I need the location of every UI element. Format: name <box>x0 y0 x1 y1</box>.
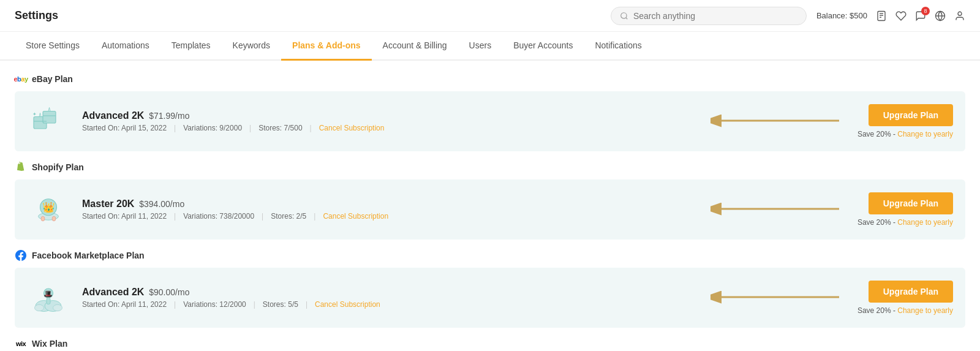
facebook-stores: Stores: 5/5 <box>263 300 298 309</box>
facebook-section-title: Facebook Marketplace Plan <box>32 251 145 260</box>
ebay-arrow <box>710 108 845 135</box>
nav-item-store-settings[interactable]: Store Settings <box>15 32 91 61</box>
favorites-icon[interactable] <box>895 10 907 21</box>
facebook-plan-name: Advanced 2K <box>82 287 144 297</box>
wix-section-title: Wix Plan <box>32 339 67 349</box>
svg-text:👑: 👑 <box>42 201 55 214</box>
nav-item-automations[interactable]: Automations <box>91 32 160 61</box>
shopify-plan-card: 👑 Master 20K $394.00/mo Started On: Apri… <box>15 179 965 240</box>
shopify-stores: Stores: 2/5 <box>271 212 306 221</box>
ebay-variations: Variations: 9/2000 <box>183 124 242 132</box>
ebay-plan-name: Advanced 2K <box>82 110 144 121</box>
facebook-started: Started On: April 11, 2022 <box>82 300 167 309</box>
nav: Store Settings Automations Templates Key… <box>0 32 980 61</box>
shopify-section-title: Shopify Plan <box>32 162 84 172</box>
header-icons: Balance: $500 8 <box>816 10 965 21</box>
search-bar[interactable] <box>611 7 807 25</box>
shopify-variations: Variations: 738/20000 <box>183 212 254 221</box>
ebay-section-header: ebay eBay Plan <box>15 73 965 85</box>
wix-icon: wix <box>15 338 27 350</box>
ebay-started: Started On: April 15, 2022 <box>82 124 167 132</box>
shopify-section-header: Shopify Plan <box>15 161 965 173</box>
chat-badge: 8 <box>921 7 930 15</box>
facebook-arrow <box>710 285 845 311</box>
facebook-plan-card: 🎩 Advanced 2K $90.00/mo Started On: Apri… <box>15 268 965 328</box>
facebook-section-header: Facebook Marketplace Plan <box>15 249 965 262</box>
facebook-icon <box>15 249 27 262</box>
svg-rect-2 <box>878 11 885 20</box>
user-icon[interactable] <box>954 10 965 21</box>
page-title: Settings <box>15 9 58 22</box>
ebay-plan-info: Advanced 2K $71.99/mo Started On: April … <box>82 110 698 132</box>
svg-point-28 <box>35 304 44 311</box>
svg-text:🎩: 🎩 <box>43 289 53 298</box>
shopify-plan-icon: 👑 <box>27 188 70 231</box>
nav-item-users[interactable]: Users <box>458 32 503 61</box>
globe-icon[interactable] <box>935 10 946 21</box>
shopify-plan-price: $394.00/mo <box>139 199 184 209</box>
header-right: Balance: $500 8 <box>611 7 965 25</box>
search-icon <box>620 12 628 20</box>
facebook-plan-actions: Upgrade Plan Save 20% - Change to yearly <box>858 281 953 315</box>
ebay-stores: Stores: 7/500 <box>258 124 302 132</box>
facebook-variations: Variations: 12/2000 <box>183 300 246 309</box>
ebay-save-text: Save 20% - Change to yearly <box>858 130 953 138</box>
nav-item-buyer-accounts[interactable]: Buyer Accounts <box>502 32 584 61</box>
shopify-upgrade-button[interactable]: Upgrade Plan <box>869 192 953 214</box>
search-input[interactable] <box>633 11 797 21</box>
main-content: ebay eBay Plan ✦ Advanced 2K $71.99/mo <box>0 61 980 351</box>
svg-rect-27 <box>47 298 50 304</box>
facebook-plan-info: Advanced 2K $90.00/mo Started On: April … <box>82 287 698 309</box>
ebay-yearly-link[interactable]: Change to yearly <box>897 130 953 138</box>
nav-item-account-billing[interactable]: Account & Billing <box>372 32 458 61</box>
ebay-icon: ebay <box>15 73 27 85</box>
shopify-cancel-link[interactable]: Cancel Subscription <box>323 212 388 221</box>
svg-point-20 <box>52 216 56 221</box>
facebook-save-text: Save 20% - Change to yearly <box>858 306 953 315</box>
shopify-save-text: Save 20% - Change to yearly <box>858 218 953 227</box>
facebook-plan-price: $90.00/mo <box>149 287 189 297</box>
svg-text:✦: ✦ <box>32 111 37 117</box>
header: Settings Balance: $500 <box>0 0 980 32</box>
facebook-plan-icon: 🎩 <box>27 276 70 319</box>
ebay-plan-icon: ✦ <box>27 100 70 143</box>
facebook-upgrade-button[interactable]: Upgrade Plan <box>869 281 953 303</box>
ebay-plan-price: $71.99/mo <box>149 111 189 121</box>
ebay-section-title: eBay Plan <box>32 74 73 84</box>
shopify-arrow <box>710 197 845 223</box>
chat-icon[interactable]: 8 <box>915 10 926 21</box>
shopify-plan-info: Master 20K $394.00/mo Started On: April … <box>82 198 698 221</box>
svg-point-8 <box>958 12 962 15</box>
nav-item-keywords[interactable]: Keywords <box>222 32 281 61</box>
svg-point-0 <box>621 12 627 18</box>
shopify-icon <box>15 161 27 173</box>
nav-item-notifications[interactable]: Notifications <box>584 32 652 61</box>
shopify-started: Started On: April 11, 2022 <box>82 212 167 221</box>
ebay-plan-card: ✦ Advanced 2K $71.99/mo Started On: Apri… <box>15 91 965 151</box>
wix-section-header: wix Wix Plan <box>15 338 965 350</box>
shopify-plan-name: Master 20K <box>82 198 134 209</box>
svg-point-29 <box>53 304 62 311</box>
facebook-cancel-link[interactable]: Cancel Subscription <box>315 300 380 309</box>
ebay-cancel-link[interactable]: Cancel Subscription <box>319 124 385 132</box>
shopify-plan-details: Started On: April 11, 2022 | Variations:… <box>82 212 698 221</box>
receipt-icon[interactable] <box>876 10 887 21</box>
svg-point-19 <box>41 216 45 221</box>
ebay-plan-actions: Upgrade Plan Save 20% - Change to yearly <box>858 104 953 138</box>
balance-display: Balance: $500 <box>816 11 867 20</box>
facebook-plan-details: Started On: April 11, 2022 | Variations:… <box>82 300 698 309</box>
ebay-plan-details: Started On: April 15, 2022 | Variations:… <box>82 124 698 132</box>
nav-item-templates[interactable]: Templates <box>160 32 222 61</box>
svg-line-1 <box>626 17 628 19</box>
shopify-yearly-link[interactable]: Change to yearly <box>897 218 953 227</box>
nav-item-plans-addons[interactable]: Plans & Add-ons <box>281 32 372 61</box>
shopify-plan-actions: Upgrade Plan Save 20% - Change to yearly <box>858 192 953 227</box>
facebook-yearly-link[interactable]: Change to yearly <box>897 306 953 315</box>
ebay-upgrade-button[interactable]: Upgrade Plan <box>869 104 953 126</box>
